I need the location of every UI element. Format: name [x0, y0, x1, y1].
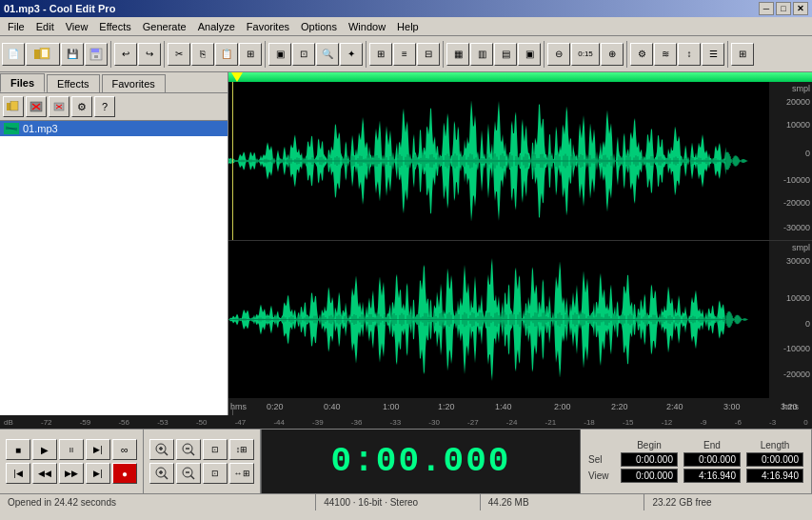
menu-effects[interactable]: Effects	[93, 17, 136, 35]
menu-window[interactable]: Window	[343, 17, 391, 35]
btn-zoom-out-v[interactable]	[176, 439, 201, 460]
btn-zoom-in-v[interactable]	[149, 439, 174, 460]
menu-generate[interactable]: Generate	[137, 17, 192, 35]
tab-favorites[interactable]: Favorites	[102, 74, 166, 92]
scale-20000: 20000	[786, 97, 810, 107]
tb-select-all[interactable]: ▣	[268, 43, 291, 66]
tb-redo[interactable]: ↪	[138, 43, 161, 66]
tb-saveas[interactable]	[85, 43, 108, 66]
close-button[interactable]: ✕	[793, 2, 808, 15]
wave-bottom[interactable]	[228, 241, 769, 399]
tab-effects[interactable]: Effects	[47, 74, 99, 92]
btn-pause[interactable]: II	[59, 439, 84, 460]
maximize-button[interactable]: □	[776, 2, 791, 15]
wave-top[interactable]	[228, 82, 769, 241]
minimize-button[interactable]: ─	[759, 2, 774, 15]
svg-line-24	[190, 451, 194, 455]
tb-new[interactable]: 📄	[2, 43, 25, 66]
menu-view[interactable]: View	[60, 17, 94, 35]
tb-open[interactable]	[26, 43, 60, 66]
tb-time-display[interactable]: 0:15	[571, 43, 600, 66]
tb-v1[interactable]: ▦	[446, 43, 469, 66]
tb-misc[interactable]: ⊞	[731, 43, 754, 66]
tb-zoom-v[interactable]: ↕	[678, 43, 701, 66]
sel-end-val: 0:00.000	[683, 452, 741, 467]
menu-edit[interactable]: Edit	[30, 17, 60, 35]
tb-zoomout-h[interactable]: ⊖	[547, 43, 570, 66]
separator-7	[626, 41, 627, 68]
progress-bar[interactable]	[228, 72, 812, 82]
tb-undo[interactable]: ↩	[114, 43, 137, 66]
level-bar: dB -72 -59 -56 -53 -50 -47 -44 -39 -36 -…	[0, 415, 812, 429]
tb-v4[interactable]: ▣	[518, 43, 541, 66]
level-n18: -18	[584, 418, 595, 427]
btn-play[interactable]: ▶	[32, 439, 57, 460]
status-disk-free: 23.22 GB free	[648, 494, 808, 510]
waveform-canvas-area[interactable]	[228, 82, 769, 398]
pt-close[interactable]	[26, 96, 47, 117]
btn-record[interactable]: ●	[112, 463, 137, 484]
toolbar: 📄 💾 ↩ ↪ ✂ ⎘ 📋 ⊞ ▣ ⊡ 🔍 ✦ ⊞ ≡ ⊟ ▦ ▥ ▤ ▣ ⊖ …	[0, 36, 812, 72]
main-area: Files Effects Favorites ⚙	[0, 72, 812, 415]
pt-help[interactable]: ?	[94, 96, 115, 117]
btn-fwd[interactable]: ▶▶	[59, 463, 84, 484]
btn-zoom-sel-v[interactable]: ↕⊞	[229, 439, 254, 460]
tb-mix-paste[interactable]: ⊞	[239, 43, 262, 66]
tb-copy[interactable]: ⎘	[191, 43, 214, 66]
btn-zoom-sel-h[interactable]: ↔⊞	[229, 463, 254, 484]
tb-v2[interactable]: ▥	[470, 43, 493, 66]
btn-zoom-full-h[interactable]: ⊡	[203, 463, 228, 484]
file-list[interactable]: 01.mp3	[0, 121, 228, 415]
level-n3: -3	[769, 418, 776, 427]
timeline: hms 0:20 0:40 1:00 1:20 1:40 2:00 2:20 2…	[228, 398, 812, 415]
tb-view1[interactable]: ⊞	[369, 43, 392, 66]
file-item[interactable]: 01.mp3	[0, 121, 228, 136]
waveform-main: smpl 20000 10000 0 -10000 -20000 -30000 …	[228, 82, 812, 398]
btn-zoom-full-v[interactable]: ⊡	[203, 439, 228, 460]
tb-zoomin-h[interactable]: ⊕	[601, 43, 624, 66]
timeline-labels: hms 0:20 0:40 1:00 1:20 1:40 2:00 2:20 2…	[228, 398, 769, 415]
svg-line-31	[190, 475, 194, 479]
sel-end-header: End	[683, 440, 741, 450]
tb-v3[interactable]: ▤	[494, 43, 517, 66]
scale-smpl-top: smpl	[792, 84, 810, 93]
tb-effects[interactable]: ✦	[340, 43, 363, 66]
tb-view3[interactable]: ⊟	[417, 43, 440, 66]
btn-rwd[interactable]: ◀◀	[32, 463, 57, 484]
sel-header-row: Begin End Length	[588, 440, 803, 450]
btn-play-end[interactable]: ▶|	[86, 439, 110, 460]
level-n47: -47	[235, 418, 247, 427]
pt-open[interactable]	[3, 96, 24, 117]
waveform-container[interactable]: smpl 20000 10000 0 -10000 -20000 -30000 …	[228, 72, 812, 415]
scale-n10000-bot: -10000	[783, 344, 810, 353]
btn-zoom-in-h[interactable]	[149, 463, 174, 484]
btn-stop[interactable]: ■	[6, 439, 30, 460]
tb-levels[interactable]: ≋	[654, 43, 677, 66]
btn-zoom-out-h[interactable]	[176, 463, 201, 484]
tb-options[interactable]: ⚙	[630, 43, 653, 66]
btn-end[interactable]: ▶|	[86, 463, 110, 484]
menu-analyze[interactable]: Analyze	[192, 17, 241, 35]
menu-options[interactable]: Options	[295, 17, 343, 35]
tb-cut[interactable]: ✂	[168, 43, 190, 66]
menu-file[interactable]: File	[2, 17, 30, 35]
sel-length-header: Length	[746, 440, 803, 450]
scale-right-bottom: smpl 30000 10000 0 -10000 -20000	[769, 241, 812, 399]
pt-closeall[interactable]	[49, 96, 69, 117]
tab-files[interactable]: Files	[0, 73, 45, 92]
level-n59: -59	[80, 418, 91, 427]
pt-options[interactable]: ⚙	[71, 96, 92, 117]
scale-right: smpl 20000 10000 0 -10000 -20000 -30000 …	[769, 82, 812, 398]
btn-loop[interactable]: ∞	[112, 439, 137, 460]
level-n15: -15	[623, 418, 634, 427]
tb-zoom-sel[interactable]: ⊡	[292, 43, 315, 66]
tb-find[interactable]: 🔍	[316, 43, 339, 66]
btn-start[interactable]: |◀	[6, 463, 30, 484]
tb-paste[interactable]: 📋	[215, 43, 238, 66]
tb-extra[interactable]: ☰	[702, 43, 724, 66]
title-bar-controls: ─ □ ✕	[759, 2, 808, 15]
menu-favorites[interactable]: Favorites	[241, 17, 295, 35]
menu-help[interactable]: Help	[391, 17, 425, 35]
tb-save[interactable]: 💾	[61, 43, 84, 66]
tb-view2[interactable]: ≡	[393, 43, 416, 66]
